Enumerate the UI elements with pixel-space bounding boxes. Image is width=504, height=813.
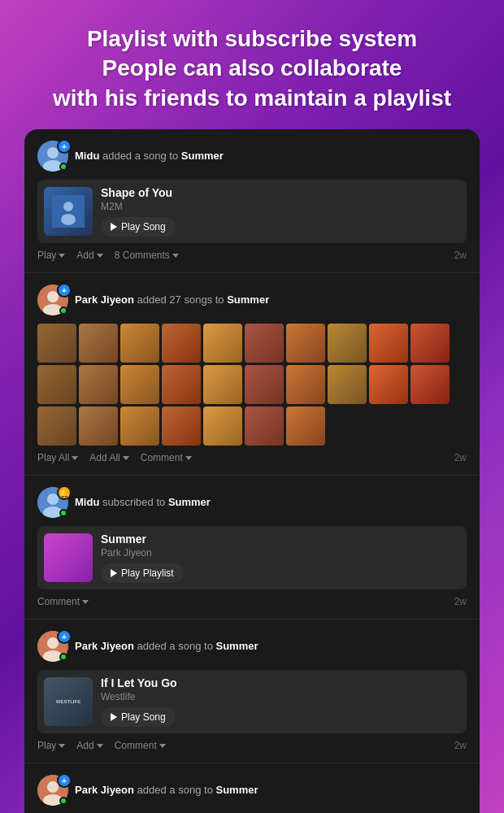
online-dot-3: [59, 509, 67, 517]
online-dot-4: [59, 653, 67, 661]
grid-thumb-14: [203, 365, 242, 404]
grid-thumb-11: [79, 365, 118, 404]
grid-thumb-8: [369, 324, 408, 363]
user-action-3: Midu subscribed to Summer: [75, 496, 211, 510]
feed-card: + Midu added a song to Summer Shape of Y…: [24, 129, 480, 813]
timestamp-3: 2w: [454, 596, 467, 607]
play-icon-3: [111, 569, 117, 577]
action-row-1: Play Add 8 Comments 2w: [37, 250, 467, 261]
song-card-4: WESTLIFE If I Let You Go Westlife Play S…: [37, 670, 467, 733]
chevron-icon: [97, 744, 103, 748]
feed-item-3: 🔔 Midu subscribed to Summer Summer Park …: [24, 476, 480, 620]
headline: Playlist with subscribe system People ca…: [33, 24, 471, 113]
playlist-info-3: Summer Park Jiyeon Play Playlist: [101, 533, 184, 583]
feed-item-5: + Park Jiyeon added a song to Summer WES…: [24, 763, 480, 813]
timestamp-2: 2w: [454, 452, 467, 463]
comments-action-1[interactable]: 8 Comments: [115, 250, 179, 261]
grid-thumb-22: [120, 406, 159, 446]
play-all-action-2[interactable]: Play All: [37, 452, 78, 463]
avatar-park-4: +: [37, 631, 68, 662]
grid-thumb-0: [37, 324, 76, 363]
grid-thumb-15: [245, 365, 284, 404]
song-title-4: If I Let You Go: [101, 676, 460, 689]
grid-thumb-18: [369, 365, 408, 404]
comment-action-2[interactable]: Comment: [141, 452, 192, 463]
grid-thumb-4: [203, 324, 242, 363]
song-info-4: If I Let You Go Westlife Play Song: [101, 676, 460, 727]
add-action-1[interactable]: Add: [76, 250, 102, 261]
chevron-icon: [185, 456, 192, 460]
add-badge-5: +: [57, 773, 72, 788]
comment-action-3[interactable]: Comment: [37, 596, 89, 607]
play-action-4[interactable]: Play: [37, 740, 65, 751]
play-playlist-btn-3[interactable]: Play Playlist: [101, 563, 184, 583]
feed-item-4: + Park Jiyeon added a song to Summer WES…: [24, 620, 480, 763]
svg-point-4: [63, 202, 73, 211]
action-row-2: Play All Add All Comment 2w: [37, 452, 467, 463]
grid-thumb-6: [286, 324, 325, 363]
grid-thumb-23: [162, 406, 201, 446]
play-song-btn-1[interactable]: Play Song: [101, 217, 176, 237]
grid-thumb-9: [411, 324, 450, 363]
song-artist-1: M2M: [101, 201, 460, 212]
playlist-name-3: Summer: [101, 533, 184, 546]
grid-thumb-20: [37, 406, 76, 446]
grid-thumb-21: [79, 406, 118, 446]
add-badge-2: +: [57, 283, 72, 298]
chevron-icon: [172, 254, 179, 258]
comment-action-4[interactable]: Comment: [115, 740, 166, 751]
avatar-midu-1: +: [37, 141, 68, 172]
feed-item-1: + Midu added a song to Summer Shape of Y…: [24, 129, 480, 273]
play-icon-1: [111, 223, 117, 231]
song-thumb-4: WESTLIFE: [44, 677, 93, 726]
header-section: Playlist with subscribe system People ca…: [0, 0, 504, 129]
online-dot-1: [59, 163, 67, 171]
timestamp-1: 2w: [454, 250, 467, 261]
grid-thumb-10: [37, 365, 76, 404]
user-action-4: Park Jiyeon added a song to Summer: [75, 640, 259, 654]
playlist-owner-3: Park Jiyeon: [101, 547, 184, 559]
avatar-park-5: +: [37, 775, 68, 806]
action-row-4: Play Add Comment 2w: [37, 740, 467, 751]
song-card-1: Shape of You M2M Play Song: [37, 180, 467, 243]
svg-point-5: [61, 214, 76, 225]
online-dot-2: [59, 307, 67, 315]
song-info-1: Shape of You M2M Play Song: [101, 186, 460, 237]
song-grid-2: [37, 324, 467, 446]
grid-thumb-12: [120, 365, 159, 404]
user-action-5: Park Jiyeon added a song to Summer: [75, 784, 259, 798]
grid-thumb-1: [79, 324, 118, 363]
chevron-icon: [59, 254, 65, 258]
chevron-icon: [123, 456, 129, 460]
grid-thumb-13: [162, 365, 201, 404]
playlist-thumb-3: [44, 533, 93, 582]
grid-thumb-26: [286, 406, 325, 446]
song-title-1: Shape of You: [101, 186, 460, 199]
timestamp-4: 2w: [454, 740, 467, 751]
grid-thumb-5: [245, 324, 284, 363]
play-action-1[interactable]: Play: [37, 250, 65, 261]
grid-thumb-7: [328, 324, 367, 363]
play-song-btn-4[interactable]: Play Song: [101, 707, 176, 727]
song-thumb-1: [44, 187, 93, 236]
grid-thumb-17: [328, 365, 367, 404]
chevron-icon: [97, 254, 103, 258]
add-badge-1: +: [57, 139, 72, 154]
chevron-icon: [59, 744, 65, 748]
online-dot-5: [59, 797, 67, 805]
playlist-card-3: Summer Park Jiyeon Play Playlist: [37, 526, 467, 589]
action-row-3: Comment 2w: [37, 596, 467, 607]
grid-thumb-24: [203, 406, 242, 446]
chevron-icon: [72, 456, 78, 460]
chevron-icon: [159, 744, 166, 748]
grid-thumb-25: [245, 406, 284, 446]
avatar-midu-3: 🔔: [37, 487, 68, 518]
avatar-park-2: +: [37, 285, 68, 315]
grid-thumb-16: [286, 365, 325, 404]
add-action-4[interactable]: Add: [76, 740, 102, 751]
user-action-2: Park Jiyeon added 27 songs to Summer: [75, 293, 269, 307]
add-all-action-2[interactable]: Add All: [89, 452, 128, 463]
add-badge-4: +: [57, 629, 72, 644]
user-action-1: Midu added a song to Summer: [75, 150, 224, 163]
play-icon-4: [111, 713, 117, 721]
